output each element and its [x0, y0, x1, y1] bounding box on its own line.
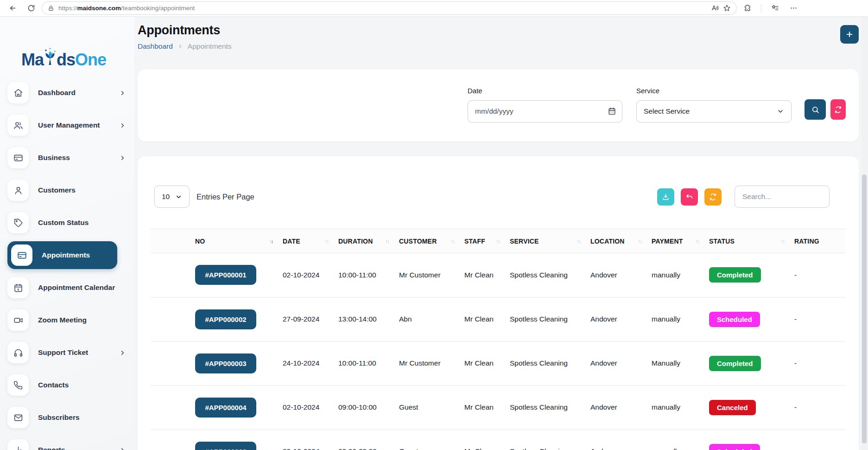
sort-icon[interactable]: ↑↓	[496, 238, 500, 244]
sidebar-item-label: Contacts	[38, 381, 69, 389]
search-icon	[811, 106, 819, 114]
appointment-id-badge[interactable]: #APP000004	[195, 398, 256, 418]
phone-icon	[13, 380, 23, 390]
cell-customer: Mr Customer	[399, 253, 464, 297]
cell-service: Spotless Cleaning	[510, 386, 590, 430]
appointment-id-badge[interactable]: #APP000006	[195, 442, 256, 450]
appointment-id-badge[interactable]: #APP000001	[195, 265, 256, 285]
appointment-id-badge[interactable]: #APP000002	[195, 309, 256, 329]
cell-rating: -	[794, 386, 846, 430]
sort-icon[interactable]: ↑↓	[269, 238, 272, 244]
sidebar-slot: Customers	[0, 174, 134, 206]
column-header-location[interactable]: LOCATION↑↓	[590, 229, 652, 253]
service-filter-group: Service Select Service	[636, 87, 792, 122]
column-header-date[interactable]: DATE↑↓	[283, 229, 338, 253]
cell-location: Andover	[590, 341, 652, 386]
appointments-table: NO↑↓DATE↑↓DURATION↑↓CUSTOMER↑↓STAFF↑↓SER…	[151, 229, 846, 450]
scrollbar-thumb[interactable]	[862, 174, 867, 444]
cell-status: Completed	[709, 341, 794, 386]
cell-location: Andover	[590, 297, 652, 341]
date-input[interactable]	[468, 100, 622, 122]
column-header-service[interactable]: SERVICE↑↓	[510, 229, 590, 253]
column-label: SERVICE	[510, 238, 539, 245]
sidebar-item-custom-status[interactable]: Custom Status	[7, 209, 131, 237]
cell-customer: Guest	[399, 430, 464, 450]
user-icon	[13, 186, 23, 195]
sidebar-slot: Business	[0, 141, 134, 174]
sidebar-item-appointments[interactable]: Appointments	[7, 241, 117, 269]
read-aloud-icon[interactable]	[711, 4, 719, 12]
sort-icon[interactable]: ↑↓	[577, 238, 580, 244]
sort-icon[interactable]: ↑↓	[780, 238, 784, 244]
column-header-staff[interactable]: STAFF↑↓	[464, 229, 510, 253]
sidebar-item-dashboard[interactable]: Dashboard	[7, 79, 131, 107]
sidebar-icon-box	[7, 277, 29, 298]
extensions-icon[interactable]	[740, 1, 755, 15]
cell-date: 02-10-2024	[283, 253, 338, 297]
sort-icon[interactable]: ↑↓	[695, 238, 699, 244]
breadcrumb: Dashboard Appointments	[138, 42, 232, 51]
service-select[interactable]: Select Service	[636, 100, 792, 122]
sidebar-item-label: Custom Status	[38, 219, 89, 227]
sort-icon[interactable]: ↑↓	[638, 238, 641, 244]
filter-search-button[interactable]	[805, 99, 826, 120]
filter-reset-button[interactable]	[830, 99, 846, 120]
page-scrollbar[interactable]	[861, 17, 868, 450]
sidebar-item-appointment-calendar[interactable]: Appointment Calendar	[7, 274, 131, 302]
sidebar-item-business[interactable]: Business	[7, 144, 131, 172]
cell-payment: manually	[652, 297, 709, 341]
entries-per-page-select[interactable]: 10	[154, 186, 190, 208]
card-icon	[17, 251, 27, 260]
column-header-no[interactable]: NO↑↓	[151, 229, 283, 253]
reload-icon[interactable]	[23, 1, 39, 15]
refresh-icon	[834, 106, 842, 114]
sidebar-item-contacts[interactable]: Contacts	[7, 371, 131, 399]
sidebar-slot: User Management	[0, 109, 134, 141]
sort-icon[interactable]: ↑↓	[324, 238, 328, 244]
sidebar-item-label: Business	[38, 154, 70, 162]
cell-status: Canceled	[709, 386, 794, 430]
sort-icon[interactable]: ↑↓	[385, 238, 389, 244]
cell-rating	[794, 430, 846, 450]
page-title: Appointments	[138, 23, 232, 38]
cell-staff: Mr Clean	[464, 297, 510, 341]
service-select-value: Select Service	[644, 107, 690, 116]
sidebar-item-reports[interactable]: Reports	[7, 436, 131, 450]
browser-menu-icon[interactable]	[786, 1, 801, 15]
collections-icon[interactable]	[767, 1, 783, 15]
cell-duration: 09:00-10:00	[338, 386, 399, 430]
favorite-star-icon[interactable]	[723, 4, 731, 12]
export-button[interactable]	[657, 188, 674, 206]
cell-payment: manually	[652, 386, 709, 430]
sort-icon[interactable]: ↑↓	[450, 238, 454, 244]
cell-no: #APP000003	[151, 341, 283, 386]
chevron-right-icon	[119, 154, 126, 161]
logo-part-one: One	[75, 50, 106, 69]
column-header-payment[interactable]: PAYMENT↑↓	[652, 229, 709, 253]
sidebar-icon-box	[11, 244, 32, 266]
url-bar[interactable]: https://maidsone.com/teambooking/appoint…	[42, 1, 737, 15]
column-header-duration[interactable]: DURATION↑↓	[338, 229, 399, 253]
column-header-customer[interactable]: CUSTOMER↑↓	[399, 229, 464, 253]
sidebar-icon-box	[7, 439, 29, 450]
sidebar-item-subscribers[interactable]: Subscribers	[7, 404, 131, 431]
table-search-input[interactable]	[735, 186, 830, 208]
sidebar-item-user-management[interactable]: User Management	[7, 111, 131, 139]
sidebar-icon-box	[7, 309, 29, 331]
chevron-right-icon	[119, 90, 126, 96]
sidebar-item-support-ticket[interactable]: Support Ticket	[7, 339, 131, 366]
sidebar-item-zoom-meeting[interactable]: Zoom Meeting	[7, 306, 131, 334]
back-icon[interactable]	[5, 1, 20, 15]
add-appointment-button[interactable]: +	[840, 25, 859, 44]
appointment-id-badge[interactable]: #APP000003	[195, 354, 256, 373]
sidebar-item-label: Reports	[38, 446, 65, 450]
status-badge: Scheduled	[709, 312, 760, 327]
breadcrumb-current: Appointments	[188, 42, 232, 51]
column-header-status[interactable]: STATUS↑↓	[709, 229, 794, 253]
sidebar-item-customers[interactable]: Customers	[7, 176, 131, 204]
cell-customer: Guest	[399, 386, 464, 430]
undo-button[interactable]	[681, 188, 698, 206]
refresh-table-button[interactable]	[704, 188, 722, 206]
breadcrumb-dashboard-link[interactable]: Dashboard	[138, 42, 173, 51]
cell-customer: Mr Customer	[399, 341, 464, 386]
